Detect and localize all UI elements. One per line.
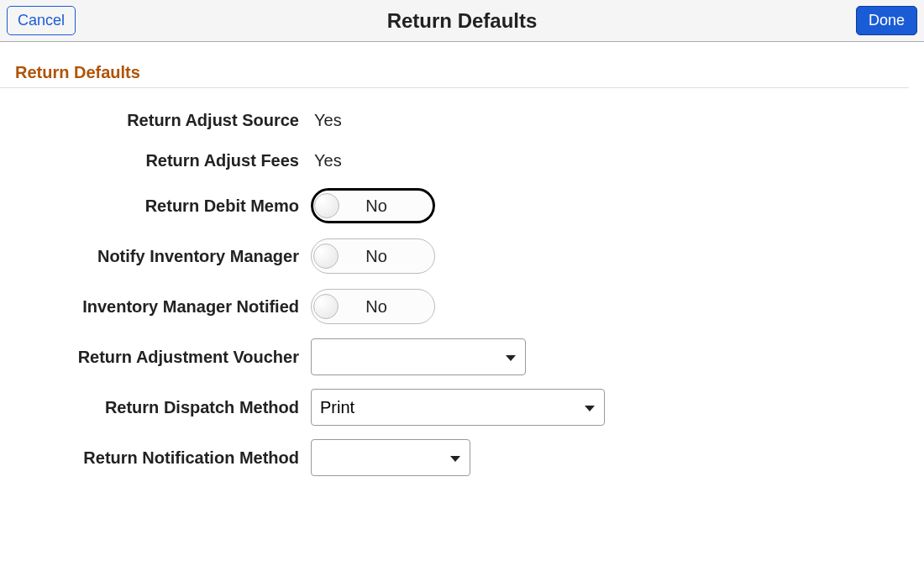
toggle-knob-icon (314, 193, 339, 218)
header-bar: Cancel Return Defaults Done (0, 0, 924, 42)
toggle-text-inventory-manager-notified: No (365, 297, 387, 317)
row-notify-inventory-manager: Notify Inventory Manager No (15, 231, 909, 281)
toggle-text-notify-inventory-manager: No (365, 247, 387, 266)
row-return-debit-memo: Return Debit Memo No (15, 181, 909, 231)
form-container: Return Adjust Source Yes Return Adjust F… (0, 100, 924, 483)
label-return-adjustment-voucher: Return Adjustment Voucher (15, 348, 311, 367)
label-return-adjust-fees: Return Adjust Fees (15, 151, 311, 170)
done-button[interactable]: Done (856, 6, 917, 35)
row-return-dispatch-method: Return Dispatch Method Print (15, 382, 909, 432)
toggle-text-return-debit-memo: No (365, 196, 387, 216)
label-notify-inventory-manager: Notify Inventory Manager (15, 247, 311, 266)
toggle-knob-icon (313, 244, 339, 269)
row-return-adjustment-voucher: Return Adjustment Voucher (15, 332, 909, 382)
label-return-adjust-source: Return Adjust Source (15, 111, 311, 130)
toggle-return-debit-memo[interactable]: No (311, 188, 435, 223)
value-return-adjust-source: Yes (311, 111, 342, 130)
page-title: Return Defaults (387, 9, 538, 33)
section-title: Return Defaults (0, 42, 909, 88)
toggle-inventory-manager-notified[interactable]: No (311, 289, 435, 324)
select-return-dispatch-method[interactable]: Print (311, 389, 605, 426)
label-return-notification-method: Return Notification Method (15, 448, 311, 468)
select-return-adjustment-voucher[interactable] (311, 338, 526, 375)
toggle-knob-icon (313, 294, 339, 319)
row-return-notification-method: Return Notification Method (15, 432, 909, 483)
row-return-adjust-source: Return Adjust Source Yes (15, 100, 909, 140)
value-return-adjust-fees: Yes (311, 151, 342, 170)
row-inventory-manager-notified: Inventory Manager Notified No (15, 281, 909, 332)
label-inventory-manager-notified: Inventory Manager Notified (15, 297, 311, 317)
toggle-notify-inventory-manager[interactable]: No (311, 238, 435, 274)
select-return-notification-method[interactable] (311, 439, 470, 476)
label-return-dispatch-method: Return Dispatch Method (15, 398, 311, 417)
cancel-button[interactable]: Cancel (7, 6, 76, 35)
label-return-debit-memo: Return Debit Memo (15, 196, 311, 216)
row-return-adjust-fees: Return Adjust Fees Yes (15, 140, 909, 181)
